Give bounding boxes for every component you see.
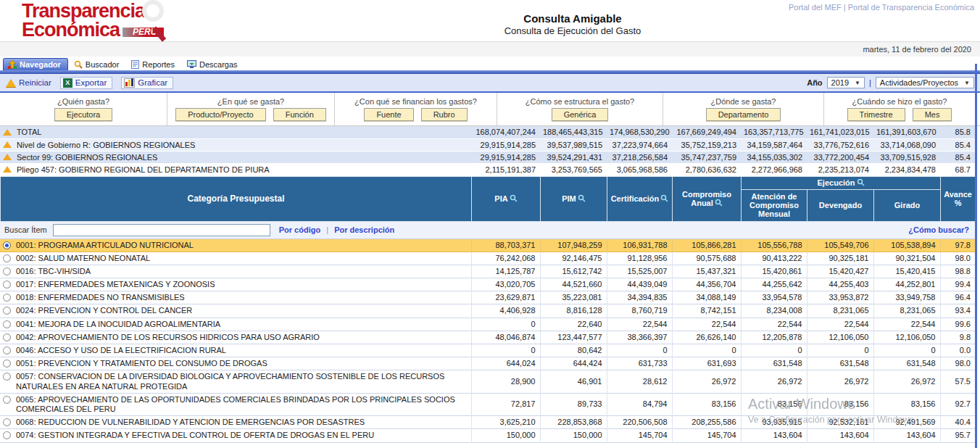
row-radio[interactable] — [3, 307, 11, 315]
avance-cell: 99.6 — [940, 318, 975, 331]
chevron-down-icon: ▼ — [855, 80, 860, 86]
row-radio[interactable] — [3, 267, 11, 275]
rubro-button[interactable]: Rubro — [421, 108, 468, 121]
producto-proyecto-button[interactable]: Producto/Proyecto — [175, 108, 266, 121]
value-cell: 44,439,049 — [607, 278, 672, 291]
value-cell: 105,556,788 — [741, 239, 807, 252]
row-radio[interactable] — [3, 396, 11, 404]
reiniciar-button[interactable]: Reiniciar — [6, 78, 51, 87]
tab-reportes[interactable]: Reportes — [127, 59, 181, 70]
column-devengado[interactable]: Devengado — [807, 189, 874, 221]
table-row[interactable]: 0074: GESTION INTEGRADA Y EFECTIVA DEL C… — [0, 429, 975, 442]
row-label-cell: 0024: PREVENCION Y CONTROL DEL CANCER — [0, 304, 471, 318]
row-radio[interactable] — [3, 333, 11, 341]
expand-triangle-icon[interactable] — [3, 129, 12, 136]
tab-navegador[interactable]: Navegador — [3, 58, 68, 70]
row-radio[interactable] — [3, 418, 11, 426]
table-row[interactable]: 0051: PREVENCION Y TRATAMIENTO DEL CONSU… — [0, 357, 975, 370]
filter-question: ¿Dónde se gasta? — [711, 97, 776, 107]
value-cell: 34,088,149 — [672, 291, 741, 304]
value-cell: 43,020,705 — [471, 278, 540, 291]
column-atencion-compromiso-mensual[interactable]: Atención de Compromiso Mensual — [742, 189, 807, 221]
value-cell: 2,272,966,968 — [741, 163, 807, 175]
column-group-ejecucion[interactable]: Ejecución — [742, 176, 941, 189]
row-radio[interactable] — [3, 320, 11, 328]
value-cell: 46,901 — [540, 370, 607, 393]
column-pim[interactable]: PIM — [541, 176, 607, 221]
row-radio[interactable] — [3, 431, 11, 439]
value-cell: 33,714,068,090 — [873, 138, 940, 151]
portal-mef-link[interactable]: Portal del MEF — [789, 3, 842, 12]
table-row[interactable]: 0017: ENFERMEDADES METAXENICAS Y ZOONOSI… — [0, 278, 975, 291]
summary-label-cell: Nivel de Gobierno R: GOBIERNOS REGIONALE… — [0, 138, 471, 151]
row-radio[interactable] — [3, 347, 11, 354]
column-certificacion[interactable]: Certificación — [607, 176, 673, 221]
ejecutora-button[interactable]: Ejecutora — [54, 108, 112, 121]
table-row[interactable]: 0068: REDUCCION DE VULNERABILIDAD Y ATEN… — [0, 416, 975, 429]
departamento-button[interactable]: Departamento — [706, 108, 781, 121]
column-avance[interactable]: Avance % — [941, 176, 976, 221]
value-cell: 631,548 — [873, 357, 940, 370]
table-row[interactable]: 0018: ENFERMEDADES NO TRANSMISIBLES23,62… — [0, 291, 975, 304]
value-cell: 83,156 — [873, 393, 940, 415]
fuente-button[interactable]: Fuente — [364, 108, 413, 121]
expand-triangle-icon[interactable] — [3, 166, 12, 173]
avance-cell: 57.5 — [940, 370, 975, 393]
tab-buscador[interactable]: Buscador — [70, 59, 125, 70]
column-categoria[interactable]: Categoría Presupuestal — [1, 176, 472, 221]
value-cell: 12,106,050 — [873, 331, 940, 344]
row-radio[interactable] — [3, 294, 11, 302]
graficar-button[interactable]: Graficar — [121, 77, 173, 89]
column-pia[interactable]: PIA — [472, 176, 541, 221]
value-cell: 33,949,758 — [873, 291, 940, 304]
table-row[interactable]: 0041: MEJORA DE LA INOCUIDAD AGROALIMENT… — [0, 318, 975, 331]
table-row[interactable]: 0065: APROVECHAMIENTO DE LAS OPORTUNIDAD… — [0, 393, 975, 415]
expand-triangle-icon[interactable] — [3, 141, 12, 148]
table-row[interactable]: 0002: SALUD MATERNO NEONATAL76,242,06892… — [0, 252, 975, 265]
funcion-button[interactable]: Función — [273, 108, 326, 121]
row-label: 0068: REDUCCION DE VULNERABILIDAD Y ATEN… — [16, 418, 365, 427]
trimestre-button[interactable]: Trimestre — [847, 108, 905, 121]
row-radio[interactable] — [3, 373, 11, 381]
avance-cell: 96.4 — [940, 291, 975, 304]
table-row[interactable]: 0046: ACCESO Y USO DE LA ELECTRIFICACION… — [0, 344, 975, 357]
generica-button[interactable]: Genérica — [552, 108, 609, 121]
value-cell: 83,156 — [807, 393, 873, 415]
tab-descargas[interactable]: Descargas — [183, 59, 244, 70]
table-row[interactable]: 0016: TBC-VIH/SIDA14,125,78715,612,74215… — [0, 265, 975, 278]
value-cell: 8,742,151 — [672, 304, 741, 318]
chart-icon — [124, 78, 135, 88]
table-row[interactable]: 0024: PREVENCION Y CONTROL DEL CANCER4,4… — [0, 304, 975, 318]
column-girado[interactable]: Girado — [874, 189, 941, 221]
portal-transparencia-link[interactable]: Portal de Transparencia Económica — [848, 3, 974, 12]
mes-button[interactable]: Mes — [913, 108, 952, 121]
search-by-code-link[interactable]: Por código — [279, 225, 320, 234]
summary-row: Sector 99: GOBIERNOS REGIONALES29,915,91… — [0, 151, 975, 163]
how-to-search-link[interactable]: ¿Cómo buscar? — [908, 225, 969, 234]
title-main: Consulta Amigable — [504, 12, 641, 25]
column-compromiso-anual[interactable]: Compromiso Anual — [673, 176, 742, 221]
value-cell: 15,525,007 — [607, 265, 672, 278]
table-row[interactable]: 0001: PROGRAMA ARTICULADO NUTRICIONAL88,… — [0, 239, 975, 252]
table-row[interactable]: 0057: CONSERVACION DE LA DIVERSIDAD BIOL… — [0, 370, 975, 393]
search-by-description-link[interactable]: Por descripción — [334, 225, 394, 234]
row-label: 0074: GESTION INTEGRADA Y EFECTIVA DEL C… — [16, 431, 374, 440]
category-select[interactable]: Actividades/Proyectos ▼ — [876, 77, 974, 88]
row-radio[interactable] — [3, 254, 11, 262]
row-radio[interactable] — [3, 241, 11, 249]
search-input[interactable] — [53, 224, 270, 236]
filter-group-financian: ¿Con qué se financian los gastos? Fuente… — [335, 93, 497, 125]
value-cell: 105,549,706 — [807, 239, 873, 252]
avance-cell: 98.0 — [940, 252, 975, 265]
expand-triangle-icon[interactable] — [3, 154, 12, 160]
row-label-cell: 0065: APROVECHAMIENTO DE LAS OPORTUNIDAD… — [0, 393, 471, 415]
value-cell: 228,853,868 — [540, 416, 607, 429]
exportar-button[interactable]: X Exportar — [60, 77, 112, 89]
table-row[interactable]: 0042: APROVECHAMIENTO DE LOS RECURSOS HI… — [0, 331, 975, 344]
row-radio[interactable] — [3, 360, 11, 368]
search-links-separator: | — [323, 225, 332, 234]
row-radio[interactable] — [3, 281, 11, 289]
year-select[interactable]: 2019 ▼ — [827, 77, 865, 88]
filter-question: ¿Cuándo se hizo el gasto? — [852, 97, 947, 107]
summary-row: Nivel de Gobierno R: GOBIERNOS REGIONALE… — [0, 138, 975, 151]
